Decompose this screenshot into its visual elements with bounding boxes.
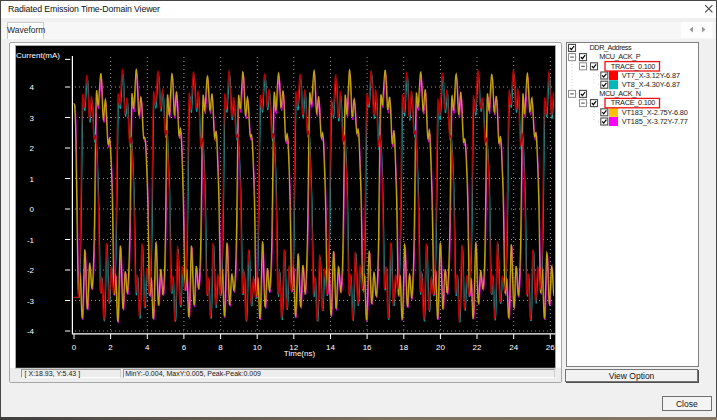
svg-text:VT183_X-2.75Y-6.80: VT183_X-2.75Y-6.80 [622,107,688,116]
svg-text:8: 8 [218,343,223,352]
svg-text:VT185_X-3.72Y-7.77: VT185_X-3.72Y-7.77 [622,116,688,125]
svg-text:4: 4 [145,343,150,352]
svg-text:TRACE_0.100: TRACE_0.100 [611,98,655,107]
svg-text:3: 3 [30,114,35,123]
svg-text:TRACE_0.100: TRACE_0.100 [611,61,655,70]
svg-text:26: 26 [546,343,555,352]
svg-text:-4: -4 [27,327,35,336]
svg-text:-3: -3 [27,297,35,306]
svg-text:VT8_X-4.30Y-6.87: VT8_X-4.30Y-6.87 [622,79,680,88]
svg-text:Current(mA): Current(mA) [16,51,60,60]
svg-text:-2: -2 [27,266,35,275]
svg-text:2: 2 [108,343,113,352]
svg-text:-1: -1 [27,236,35,245]
svg-text:24: 24 [509,343,518,352]
svg-text:1: 1 [30,175,35,184]
svg-text:6: 6 [182,343,187,352]
svg-text:14: 14 [326,343,335,352]
svg-text:20: 20 [436,343,445,352]
svg-text:DDR_Address: DDR_Address [590,43,632,52]
svg-text:16: 16 [363,343,372,352]
svg-text:18: 18 [399,343,408,352]
svg-text:MCU_ACK_N: MCU_ACK_N [599,89,641,98]
svg-text:VT7_X-3.12Y-6.87: VT7_X-3.12Y-6.87 [622,70,680,79]
svg-text:4: 4 [30,83,35,92]
svg-text:MCU_ACK_P: MCU_ACK_P [599,52,641,61]
svg-text:0: 0 [72,343,77,352]
svg-text:0: 0 [30,205,35,214]
svg-text:Time(ns): Time(ns) [284,349,316,358]
svg-text:10: 10 [253,343,262,352]
svg-text:2: 2 [30,144,35,153]
svg-text:22: 22 [473,343,482,352]
